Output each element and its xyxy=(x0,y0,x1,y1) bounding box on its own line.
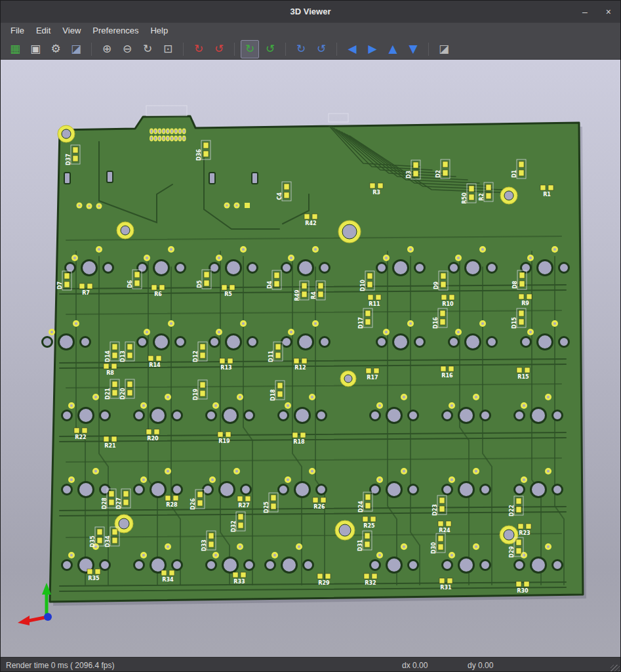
smd-pad xyxy=(87,284,92,289)
menu-item-preferences[interactable]: Preferences xyxy=(87,23,144,39)
orthographic-projection-button[interactable]: ◪ xyxy=(435,40,453,58)
connector-pad xyxy=(150,136,153,140)
smd-pad xyxy=(519,319,524,325)
smd-pad xyxy=(486,193,491,199)
minimize-button[interactable]: – xyxy=(580,6,590,18)
zoom-out-icon: ⊖ xyxy=(123,43,132,54)
smd-pad xyxy=(438,536,443,541)
smd-pad xyxy=(441,295,447,300)
component-ref-R32: R32 xyxy=(365,580,376,586)
titlebar[interactable]: 3D Viewer – × xyxy=(1,1,620,22)
smd-pad xyxy=(518,524,523,529)
render-options-button[interactable]: ⚙ xyxy=(47,40,65,58)
smd-pad xyxy=(365,310,371,316)
close-button[interactable]: × xyxy=(603,6,614,18)
smd-pad xyxy=(516,539,521,545)
smd-pad xyxy=(112,390,117,396)
component-ref-D26: D26 xyxy=(190,498,196,510)
switch-hole xyxy=(176,337,186,347)
smd-pad xyxy=(378,183,383,188)
rotate-x-cw-button[interactable]: ↻ xyxy=(190,40,208,58)
smd-pad xyxy=(148,356,153,361)
rotate-y-cw-button[interactable]: ↻ xyxy=(241,40,259,58)
connector-pad xyxy=(158,129,161,133)
move-left-button[interactable]: ◀ xyxy=(343,40,361,58)
switch-hole xyxy=(515,411,525,421)
smd-pad xyxy=(159,285,165,290)
smd-pad xyxy=(292,432,298,438)
component-ref-D35: D35 xyxy=(90,536,96,547)
redraw-view-button[interactable]: ↻ xyxy=(138,40,157,58)
component-ref-R25: R25 xyxy=(363,523,375,529)
rotate-x-ccw-button[interactable]: ↺ xyxy=(210,40,228,58)
smd-pad xyxy=(73,147,78,153)
menu-item-file[interactable]: File xyxy=(5,23,30,39)
zoom-in-button[interactable]: ⊕ xyxy=(98,40,116,58)
rotate-z-cw-button[interactable]: ↻ xyxy=(292,40,310,58)
component-ref-D24: D24 xyxy=(358,501,364,513)
silkscreen-box xyxy=(329,114,348,122)
switch-hole xyxy=(320,263,330,273)
component-ref-D17: D17 xyxy=(358,317,364,329)
copy-image-button[interactable]: ▣ xyxy=(26,40,45,58)
switch-hole xyxy=(371,485,380,495)
switch-hole xyxy=(82,261,97,276)
switch-hole xyxy=(487,263,497,273)
move-up-button[interactable]: ▲ xyxy=(384,40,402,58)
menu-item-help[interactable]: Help xyxy=(144,23,174,39)
smd-pad xyxy=(218,432,223,437)
connector-pad xyxy=(174,129,177,133)
switch-hole xyxy=(515,560,525,570)
viewport-3d[interactable]: D37D36C4R3D3D2R50R2D1R1R42D7R7D6R6D5R5D4… xyxy=(1,60,621,657)
switch-hole xyxy=(81,337,90,347)
zoom-out-button[interactable]: ⊖ xyxy=(118,40,136,58)
zoom-to-fit-button[interactable]: ⊡ xyxy=(159,40,177,58)
rotate-z-cw-icon: ↻ xyxy=(296,43,306,54)
switch-hole xyxy=(387,482,402,497)
smd-pad xyxy=(519,170,524,176)
menu-item-view[interactable]: View xyxy=(56,23,87,39)
connector-pad xyxy=(170,136,173,140)
rotate-y-ccw-button[interactable]: ↺ xyxy=(261,40,279,58)
switch-hole xyxy=(134,411,144,421)
smd-pad xyxy=(284,192,289,198)
smd-pad xyxy=(271,495,276,501)
smd-pad xyxy=(413,162,418,168)
move-right-button[interactable]: ▶ xyxy=(363,40,382,58)
component-ref-C4: C4 xyxy=(277,192,283,200)
switch-hole xyxy=(538,335,553,350)
resize-grip[interactable] xyxy=(611,665,620,672)
move-down-button[interactable]: ▼ xyxy=(404,40,422,58)
menu-item-edit[interactable]: Edit xyxy=(30,23,56,39)
move-up-icon: ▲ xyxy=(388,43,397,54)
pcb-3d-scene[interactable]: D37D36C4R3D3D2R50R2D1R1R42D7R7D6R6D5R5D4… xyxy=(1,60,621,657)
move-right-icon: ▶ xyxy=(368,43,376,54)
switch-hole xyxy=(487,337,497,347)
switch-hole xyxy=(320,337,330,347)
smd-pad xyxy=(317,574,323,579)
component-ref-D2: D2 xyxy=(435,170,441,178)
switch-hole xyxy=(443,485,452,495)
switch-hole xyxy=(459,408,474,423)
component-ref-D19: D19 xyxy=(193,388,199,400)
smd-pad xyxy=(439,578,445,583)
switch-hole xyxy=(207,411,216,421)
switch-hole xyxy=(279,485,289,495)
component-ref-R24: R24 xyxy=(439,528,451,534)
smd-pad xyxy=(233,572,238,578)
reload-board-button[interactable]: ▦ xyxy=(6,40,24,58)
rotate-z-ccw-button[interactable]: ↺ xyxy=(312,40,331,58)
smd-pad xyxy=(365,503,371,509)
smd-pad xyxy=(370,183,375,188)
smd-pad xyxy=(525,368,530,373)
smd-pad xyxy=(365,541,370,547)
switch-hole xyxy=(245,411,254,421)
raytracing-cube-button[interactable]: ◪ xyxy=(67,40,85,58)
statusbar: Render time 0 ms ( 2096.4 fps) dx 0.00 d… xyxy=(1,657,620,672)
component-ref-D23: D23 xyxy=(432,504,438,516)
component-ref-D10: D10 xyxy=(360,280,366,291)
smd-pad xyxy=(304,214,310,219)
switch-hole xyxy=(531,558,546,573)
switch-hole xyxy=(154,261,169,276)
move-down-icon: ▼ xyxy=(409,43,417,54)
